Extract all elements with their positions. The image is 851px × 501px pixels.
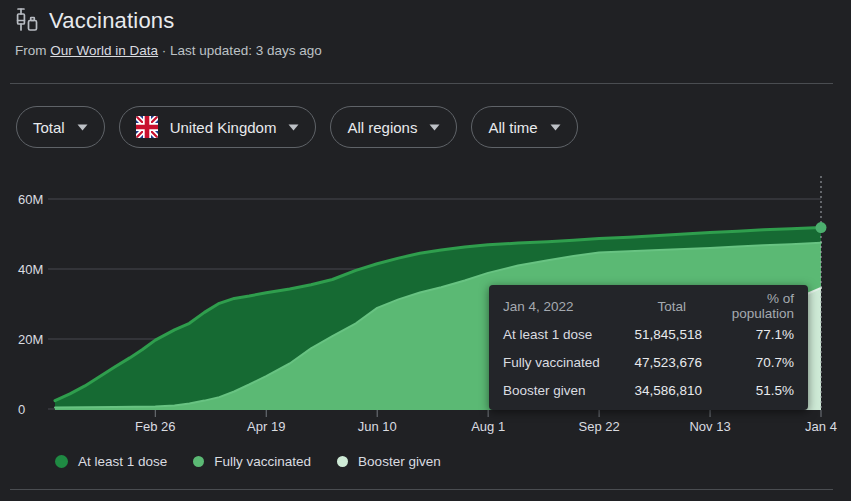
svg-text:Aug 1: Aug 1: [471, 419, 505, 434]
tooltip-col-total: Total: [600, 299, 702, 314]
legend-item-fully[interactable]: Fully vaccinated: [193, 454, 311, 469]
chart-legend: At least 1 dose Fully vaccinated Booster…: [55, 454, 441, 469]
legend-item-dose1[interactable]: At least 1 dose: [55, 454, 167, 469]
metric-filter-label: Total: [33, 119, 65, 136]
svg-text:Jan 4: Jan 4: [805, 419, 837, 434]
svg-text:40M: 40M: [18, 262, 43, 277]
svg-text:Sep 22: Sep 22: [578, 419, 619, 434]
region-filter-label: All regions: [347, 119, 417, 136]
svg-text:Apr 19: Apr 19: [247, 419, 285, 434]
widget-header: Vaccinations: [14, 7, 175, 34]
header-divider: [10, 83, 833, 84]
svg-text:Feb 26: Feb 26: [135, 419, 175, 434]
legend-dot-booster: [337, 456, 348, 467]
svg-text:Jun 10: Jun 10: [358, 419, 397, 434]
tooltip-row-total: 51,845,518: [600, 327, 702, 342]
last-updated-text: · Last updated: 3 days ago: [162, 43, 322, 58]
legend-label: Booster given: [358, 454, 441, 469]
svg-text:20M: 20M: [18, 332, 43, 347]
tooltip-row-label: Fully vaccinated: [503, 355, 600, 370]
svg-text:60M: 60M: [18, 192, 43, 207]
chevron-down-icon: [288, 124, 299, 131]
time-filter-label: All time: [488, 119, 537, 136]
tooltip-col-pct: % of population: [702, 291, 794, 321]
legend-label: Fully vaccinated: [214, 454, 311, 469]
svg-text:Nov 13: Nov 13: [689, 419, 730, 434]
region-filter-dropdown[interactable]: All regions: [330, 106, 457, 148]
tooltip-row-pct: 51.5%: [702, 383, 794, 398]
page-title: Vaccinations: [49, 8, 175, 34]
uk-flag-icon: [136, 116, 158, 138]
footer-divider: [10, 489, 833, 490]
source-line: From Our World in Data · Last updated: 3…: [15, 43, 322, 58]
tooltip-row-label: Booster given: [503, 383, 600, 398]
tooltip-row-pct: 77.1%: [702, 327, 794, 342]
y-axis-labels: 020M40M60M: [18, 192, 43, 417]
vaccinations-widget: Vaccinations From Our World in Data · La…: [0, 0, 851, 501]
legend-item-booster[interactable]: Booster given: [337, 454, 441, 469]
chevron-down-icon: [77, 124, 88, 131]
syringe-icon: [14, 7, 39, 34]
tooltip-date: Jan 4, 2022: [503, 299, 600, 314]
tooltip-row-total: 34,586,810: [600, 383, 702, 398]
legend-dot-dose1: [55, 455, 68, 468]
source-prefix: From: [15, 43, 47, 58]
country-filter-label: United Kingdom: [170, 119, 277, 136]
metric-filter-dropdown[interactable]: Total: [16, 106, 105, 148]
time-filter-dropdown[interactable]: All time: [471, 106, 577, 148]
source-link[interactable]: Our World in Data: [50, 43, 158, 58]
legend-label: At least 1 dose: [78, 454, 167, 469]
chart-tooltip: Jan 4, 2022 Total % of population At lea…: [489, 285, 808, 410]
x-axis-labels: Feb 26Apr 19Jun 10Aug 1Sep 22Nov 13Jan 4: [135, 410, 837, 434]
chevron-down-icon: [429, 124, 440, 131]
tooltip-row-label: At least 1 dose: [503, 327, 600, 342]
country-filter-dropdown[interactable]: United Kingdom: [119, 106, 317, 148]
svg-text:0: 0: [18, 402, 25, 417]
tooltip-row-total: 47,523,676: [600, 355, 702, 370]
tooltip-row-pct: 70.7%: [702, 355, 794, 370]
legend-dot-fully: [193, 456, 204, 467]
chevron-down-icon: [550, 124, 561, 131]
filter-bar: Total United Kingdom All regions All tim…: [16, 106, 578, 148]
